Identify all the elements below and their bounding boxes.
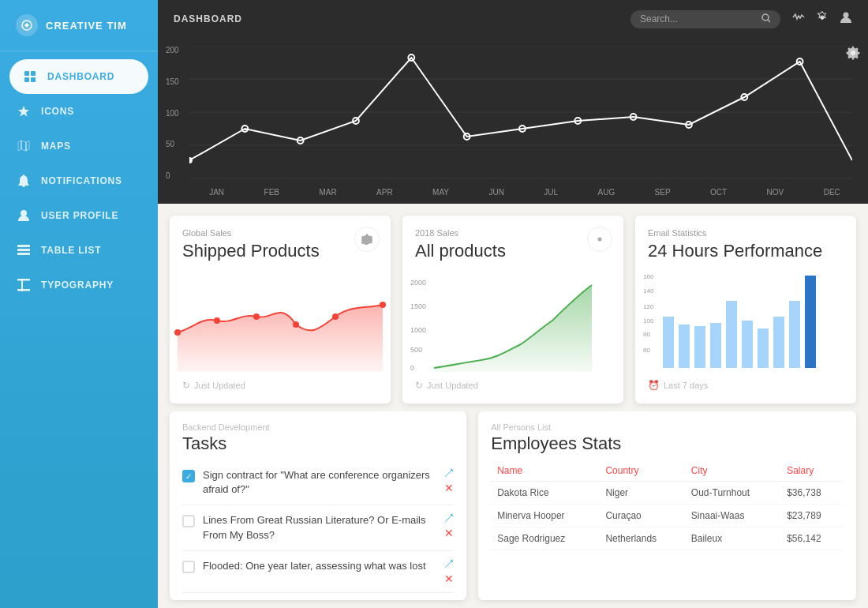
main-chart-svg <box>189 46 852 180</box>
search-bar[interactable] <box>630 10 780 28</box>
svg-rect-61 <box>742 321 753 368</box>
sidebar-item-typography[interactable]: TYPOGRAPHY <box>0 268 158 302</box>
task-checkbox[interactable] <box>182 561 195 573</box>
task-item: ✓ Sign contract for "What are conference… <box>182 460 454 505</box>
card-sublabel: 2018 Sales <box>415 228 611 238</box>
sidebar-item-dashboard[interactable]: DASHBOARD <box>9 59 148 94</box>
employee-name: Sage Rodriguez <box>491 527 599 550</box>
card-footer-text: Just Updated <box>427 381 478 390</box>
employee-city: Baileux <box>685 527 780 550</box>
card-footer: ↻ Just Updated <box>182 380 378 391</box>
brand-icon <box>16 14 38 36</box>
sidebar-item-label: NOTIFICATIONS <box>41 175 122 186</box>
header-icons <box>792 11 852 27</box>
cards-row: Global Sales Shipped Products <box>158 204 868 411</box>
svg-point-43 <box>380 302 386 308</box>
task-delete-btn[interactable]: ✕ <box>444 573 454 584</box>
main-chart: 200 150 100 50 0 <box>158 38 868 204</box>
sidebar-item-label: MAPS <box>41 141 71 152</box>
svg-text:120: 120 <box>643 303 654 310</box>
svg-rect-64 <box>789 301 800 368</box>
search-input[interactable] <box>640 13 758 24</box>
task-delete-btn[interactable]: ✕ <box>444 527 454 539</box>
x-label: DEC <box>824 188 840 197</box>
x-label: JAN <box>209 188 224 197</box>
task-edit-btn[interactable] <box>444 468 454 479</box>
typography-icon <box>16 277 32 293</box>
card-title: Shipped Products <box>182 241 378 261</box>
y-label: 200 <box>166 46 179 54</box>
sidebar-item-label: DASHBOARD <box>47 71 114 82</box>
x-label: JUN <box>488 188 503 197</box>
svg-rect-10 <box>17 249 30 251</box>
header: DASHBOARD <box>158 0 868 38</box>
svg-point-40 <box>253 313 260 320</box>
icons-icon <box>16 103 32 119</box>
employees-body: Name Country City Salary Dakota Rice Nig… <box>478 460 856 600</box>
card-footer-text: Last 7 days <box>664 381 708 390</box>
task-checkbox[interactable] <box>182 515 195 527</box>
task-item: Lines From Great Russian Literature? Or … <box>182 505 454 550</box>
page-title: DASHBOARD <box>174 13 630 24</box>
employee-salary: $56,142 <box>780 527 844 550</box>
chart-y-labels: 200 150 100 50 0 <box>166 46 179 180</box>
col-name: Name <box>491 460 599 482</box>
employee-name: Minerva Hooper <box>491 505 599 527</box>
svg-text:80: 80 <box>643 331 650 338</box>
chart-gear-icon[interactable] <box>846 46 860 63</box>
tasks-body: ✓ Sign contract for "What are conference… <box>170 460 466 600</box>
sidebar-item-label: TYPOGRAPHY <box>41 280 114 291</box>
col-salary: Salary <box>780 460 844 482</box>
card-sublabel: Global Sales <box>182 228 378 238</box>
settings-icon[interactable] <box>816 11 829 27</box>
svg-rect-65 <box>805 276 816 368</box>
employees-table: Name Country City Salary Dakota Rice Nig… <box>491 460 844 550</box>
sidebar: CREATIVE TIM DASHBOARD ICONS <box>0 0 158 608</box>
card-settings-icon[interactable] <box>587 227 612 252</box>
task-actions: ✕ <box>444 513 454 539</box>
refresh-icon: ↻ <box>415 380 423 391</box>
employees-sublabel: All Persons List <box>491 422 844 432</box>
task-item: Flooded: One year later, assessing what … <box>182 551 454 593</box>
employee-salary: $23,789 <box>780 505 844 527</box>
sidebar-item-label: TABLE LIST <box>41 245 101 256</box>
task-checkbox[interactable]: ✓ <box>182 470 195 482</box>
task-text: Sign contract for "What are conference o… <box>203 468 436 497</box>
task-delete-btn[interactable]: ✕ <box>444 482 454 494</box>
svg-text:160: 160 <box>643 273 654 280</box>
sidebar-item-table-list[interactable]: TABLE LIST <box>0 233 158 268</box>
svg-point-18 <box>844 13 849 18</box>
svg-rect-11 <box>17 253 30 255</box>
svg-text:60: 60 <box>643 347 650 354</box>
table-row: Sage Rodriguez Netherlands Baileux $56,1… <box>491 527 844 550</box>
user-profile-icon[interactable] <box>840 11 852 27</box>
y-label: 100 <box>166 109 179 118</box>
x-label: APR <box>376 188 393 197</box>
card-title: 24 Hours Performance <box>648 241 844 261</box>
svg-point-8 <box>21 210 27 216</box>
employee-country: Netherlands <box>599 527 684 550</box>
task-edit-btn[interactable] <box>444 513 454 524</box>
sidebar-item-notifications[interactable]: NOTIFICATIONS <box>0 163 158 198</box>
main-content: DASHBOARD <box>158 0 868 608</box>
tasks-card: Backend Development Tasks ✓ Sign contrac… <box>170 411 466 600</box>
svg-rect-60 <box>726 301 737 368</box>
clock-icon: ⏰ <box>648 380 660 391</box>
sidebar-item-icons[interactable]: ICONS <box>0 94 158 129</box>
employees-title: Employees Stats <box>491 433 844 454</box>
task-actions: ✕ <box>444 559 454 584</box>
user-icon <box>16 208 32 223</box>
svg-point-42 <box>332 313 339 320</box>
table-icon <box>16 242 32 258</box>
chart-x-labels: JAN FEB MAR APR MAY JUN JUL AUG SEP OCT … <box>189 185 860 200</box>
x-label: OCT <box>710 188 727 197</box>
card-settings-icon[interactable] <box>354 227 380 252</box>
svg-text:0: 0 <box>410 364 414 372</box>
task-edit-btn[interactable] <box>444 559 454 570</box>
tasks-header: Backend Development Tasks <box>170 411 466 460</box>
sidebar-item-user-profile[interactable]: USER PROFILE <box>0 198 158 233</box>
table-row: Dakota Rice Niger Oud-Turnhout $36,738 <box>491 482 844 505</box>
sidebar-item-maps[interactable]: MAPS <box>0 129 158 163</box>
activity-icon[interactable] <box>792 11 805 27</box>
shipped-products-chart <box>170 269 391 372</box>
